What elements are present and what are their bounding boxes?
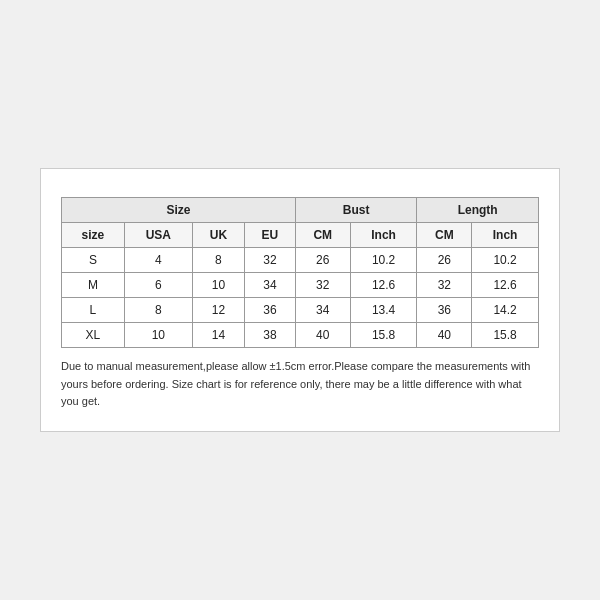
col-size: size [62,223,125,248]
table-row: XL1014384015.84015.8 [62,323,539,348]
bust-group-header: Bust [295,198,417,223]
note-text: Due to manual measurement,please allow ±… [61,358,539,411]
length-group-header: Length [417,198,539,223]
size-group-header: Size [62,198,296,223]
col-len-cm: CM [417,223,472,248]
table-row: M610343212.63212.6 [62,273,539,298]
group-header-row: Size Bust Length [62,198,539,223]
table-row: L812363413.43614.2 [62,298,539,323]
size-table: Size Bust Length size USA UK EU CM Inch … [61,197,539,348]
col-usa: USA [124,223,192,248]
table-row: S48322610.22610.2 [62,248,539,273]
table-body: S48322610.22610.2M610343212.63212.6L8123… [62,248,539,348]
col-len-inch: Inch [472,223,539,248]
col-bust-cm: CM [295,223,350,248]
col-bust-inch: Inch [350,223,417,248]
size-chart-container: Size Bust Length size USA UK EU CM Inch … [40,168,560,432]
col-eu: EU [245,223,296,248]
sub-header-row: size USA UK EU CM Inch CM Inch [62,223,539,248]
col-uk: UK [192,223,244,248]
